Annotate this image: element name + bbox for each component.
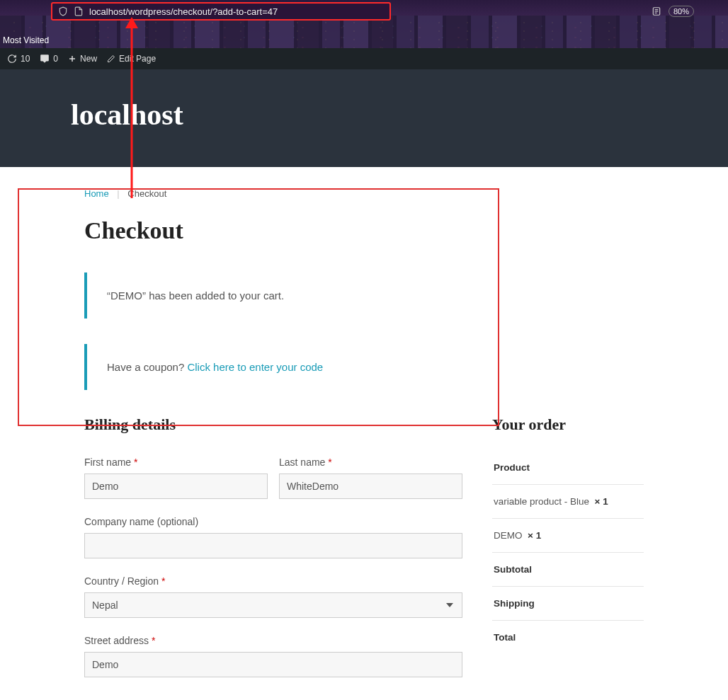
plus-icon (68, 54, 76, 63)
comment-icon (40, 54, 50, 64)
field-last-name: Last name * (279, 457, 462, 499)
comments-count: 0 (53, 54, 58, 64)
breadcrumb-current: Checkout (127, 188, 166, 199)
total-label: Total (494, 632, 516, 643)
required-mark: * (134, 457, 137, 468)
breadcrumb-separator: | (117, 188, 119, 199)
company-input[interactable] (84, 533, 462, 558)
page-title: Checkout (84, 217, 644, 244)
field-first-name: First name * (84, 457, 268, 499)
breadcrumb: Home | Checkout (84, 188, 644, 199)
wp-comments[interactable]: 0 (40, 54, 58, 64)
new-label: New (80, 54, 97, 64)
site-header: localhost (0, 69, 728, 167)
field-country: Country / Region * Nepal (84, 575, 462, 618)
breadcrumb-home[interactable]: Home (84, 188, 109, 199)
page-icon (74, 6, 84, 16)
address-bar-row: localhost/wordpress/checkout/?add-to-car… (51, 1, 694, 21)
order-item-row: DEMO × 1 (492, 518, 644, 552)
coupon-link[interactable]: Click here to enter your code (187, 361, 323, 373)
billing-details: Billing details First name * Last name *… (84, 415, 462, 694)
country-label: Country / Region * (84, 575, 462, 587)
field-company: Company name (optional) (84, 516, 462, 558)
street-label: Street address * (84, 635, 462, 646)
country-select[interactable]: Nepal (84, 592, 462, 618)
bg-lights (0, 18, 728, 48)
order-subtotal-row: Subtotal (492, 552, 644, 586)
cart-added-notice: “DEMO” has been added to your cart. (84, 272, 644, 319)
order-item-name: DEMO (494, 530, 523, 541)
wp-admin-bar: 10 0 New Edit Page (0, 48, 728, 69)
shield-icon (58, 6, 68, 16)
order-summary: Your order Product variable product - Bl… (492, 415, 644, 654)
first-name-input[interactable] (84, 474, 268, 499)
company-label: Company name (optional) (84, 516, 462, 527)
coupon-notice: Have a coupon? Click here to enter your … (84, 344, 644, 390)
order-shipping-row: Shipping (492, 586, 644, 620)
page-content: Home | Checkout Checkout “DEMO” has been… (0, 167, 728, 694)
wp-new[interactable]: New (68, 54, 97, 64)
coupon-prefix: Have a coupon? (107, 361, 187, 373)
wp-edit-page[interactable]: Edit Page (107, 54, 156, 64)
reader-mode-icon[interactable] (652, 6, 661, 16)
order-item-qty: × 1 (595, 496, 608, 507)
last-name-input[interactable] (279, 474, 462, 499)
subtotal-label: Subtotal (494, 564, 532, 575)
url-text: localhost/wordpress/checkout/?add-to-car… (89, 6, 278, 17)
required-mark: * (152, 635, 155, 646)
wp-updates[interactable]: 10 (7, 54, 30, 64)
order-item-qty: × 1 (528, 530, 541, 541)
bookmark-bar-most-visited[interactable]: Most Visited (3, 35, 49, 45)
pencil-icon (107, 54, 115, 63)
shipping-label: Shipping (494, 598, 535, 609)
order-total-row: Total (492, 620, 644, 654)
required-mark: * (161, 575, 165, 587)
zoom-level[interactable]: 80% (669, 6, 694, 17)
browser-chrome-bg: localhost/wordpress/checkout/?add-to-car… (0, 0, 728, 48)
street-input[interactable] (84, 652, 462, 677)
required-mark: * (328, 457, 331, 468)
order-item-name: variable product - Blue (494, 496, 589, 507)
first-name-label: First name * (84, 457, 268, 468)
order-item-row: variable product - Blue × 1 (492, 484, 644, 518)
address-bar[interactable]: localhost/wordpress/checkout/?add-to-car… (51, 2, 391, 21)
order-heading: Your order (492, 415, 644, 434)
order-header-product: Product (494, 462, 530, 473)
field-street: Street address * (84, 635, 462, 677)
site-title[interactable]: localhost (71, 98, 633, 132)
billing-heading: Billing details (84, 415, 462, 434)
updates-count: 10 (21, 54, 30, 64)
order-header-row: Product (492, 457, 644, 484)
edit-page-label: Edit Page (119, 54, 156, 64)
last-name-label: Last name * (279, 457, 462, 468)
notice-text: “DEMO” has been added to your cart. (107, 289, 284, 302)
refresh-icon (7, 54, 17, 64)
